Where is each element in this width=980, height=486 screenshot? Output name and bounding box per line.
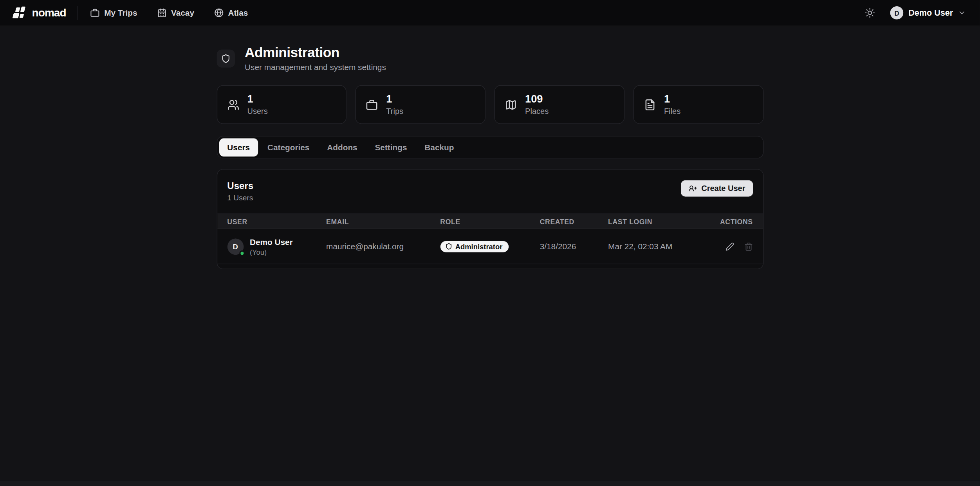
table-row: D Demo User (You) maurice@pakulat.org Ad: [217, 229, 763, 265]
file-icon: [644, 99, 656, 110]
stat-card-places: 109 Places: [495, 85, 624, 124]
row-avatar-wrap: D: [227, 238, 244, 255]
shield-icon: [445, 243, 452, 250]
tab-users[interactable]: Users: [219, 138, 258, 156]
users-panel: Users 1 Users Create User USER EMAIL ROL…: [217, 169, 763, 269]
tab-addons[interactable]: Addons: [319, 138, 365, 156]
page-title: Administration: [245, 45, 386, 60]
stat-label: Files: [664, 107, 680, 115]
stat-label: Places: [525, 107, 549, 115]
users-table-header: USER EMAIL ROLE CREATED LAST LOGIN ACTIO…: [217, 214, 763, 229]
calendar-icon: [157, 8, 167, 18]
stat-card-trips: 1 Trips: [356, 85, 485, 124]
stat-label: Users: [247, 107, 268, 115]
theme-toggle-button[interactable]: [864, 7, 875, 18]
top-nav: nomad My Trips Vacay: [0, 0, 980, 26]
column-header-actions: ACTIONS: [700, 218, 753, 225]
row-you-label: (You): [250, 248, 293, 256]
users-panel-header: Users 1 Users Create User: [217, 170, 763, 202]
column-header-email: EMAIL: [326, 218, 440, 225]
user-name: Demo User: [908, 8, 953, 18]
tab-settings[interactable]: Settings: [367, 138, 415, 156]
role-cell: Administrator: [440, 241, 540, 252]
chevron-down-icon: [958, 9, 966, 17]
nav-item-atlas[interactable]: Atlas: [214, 8, 248, 18]
brand-logo[interactable]: nomad: [13, 5, 66, 20]
row-actions: [700, 242, 753, 251]
column-header-user: USER: [227, 218, 326, 225]
nav-separator: [78, 6, 79, 20]
create-user-label: Create User: [701, 184, 745, 193]
stat-label: Trips: [386, 107, 403, 115]
bottom-scroll-strip: [0, 481, 980, 486]
delete-user-button[interactable]: [744, 242, 753, 251]
page-header-text: Administration User management and syste…: [245, 45, 386, 72]
tab-backup[interactable]: Backup: [417, 138, 462, 156]
map-icon: [505, 99, 517, 110]
nomad-logo-icon: [13, 5, 27, 20]
user-plus-icon: [688, 184, 697, 193]
tab-categories[interactable]: Categories: [259, 138, 318, 156]
role-badge: Administrator: [440, 241, 509, 252]
nav-items: My Trips Vacay Atlas: [90, 8, 248, 18]
app-viewport: nomad My Trips Vacay: [0, 0, 980, 486]
column-header-role: ROLE: [440, 218, 540, 225]
trash-icon: [744, 242, 753, 251]
stats-row: 1 Users 1 Trips 109 Places: [217, 85, 763, 124]
nav-item-vacay[interactable]: Vacay: [157, 8, 194, 18]
nav-item-my-trips[interactable]: My Trips: [90, 8, 137, 18]
stat-value: 1: [247, 94, 268, 106]
nav-right: D Demo User: [864, 6, 966, 20]
avatar: D: [890, 6, 904, 20]
page-subtitle: User management and system settings: [245, 63, 386, 72]
users-panel-title: Users: [227, 180, 253, 191]
nav-item-label: My Trips: [104, 8, 137, 18]
briefcase-icon: [366, 99, 378, 110]
create-user-button[interactable]: Create User: [680, 180, 753, 197]
user-menu[interactable]: D Demo User: [890, 6, 966, 20]
nav-left: nomad My Trips Vacay: [13, 5, 248, 20]
user-cell: D Demo User (You): [227, 237, 326, 256]
admin-tabs: Users Categories Addons Settings Backup: [217, 136, 763, 159]
users-count: 1 Users: [227, 194, 253, 202]
stat-value: 109: [525, 94, 549, 106]
row-created: 3/18/2026: [540, 242, 608, 251]
column-header-last-login: LAST LOGIN: [608, 218, 700, 225]
stat-card-files: 1 Files: [633, 85, 763, 124]
sun-icon: [864, 7, 875, 18]
row-user-name: Demo User: [250, 237, 293, 247]
role-badge-label: Administrator: [455, 243, 503, 250]
nav-item-label: Atlas: [228, 8, 248, 18]
shield-icon: [217, 49, 235, 67]
brand-name: nomad: [32, 6, 66, 20]
stat-value: 1: [386, 94, 403, 106]
row-last-login: Mar 22, 02:03 AM: [608, 242, 700, 251]
column-header-created: CREATED: [540, 218, 608, 225]
nav-item-label: Vacay: [171, 8, 194, 18]
stat-card-users: 1 Users: [217, 85, 347, 124]
page-header: Administration User management and syste…: [217, 45, 763, 72]
pencil-icon: [725, 242, 734, 251]
users-icon: [227, 99, 239, 110]
globe-icon: [214, 8, 224, 18]
main-content: Administration User management and syste…: [217, 45, 763, 270]
briefcase-icon: [90, 8, 100, 18]
row-email: maurice@pakulat.org: [326, 242, 440, 251]
stat-value: 1: [664, 94, 680, 106]
edit-user-button[interactable]: [725, 242, 734, 251]
online-status-dot: [239, 250, 245, 256]
